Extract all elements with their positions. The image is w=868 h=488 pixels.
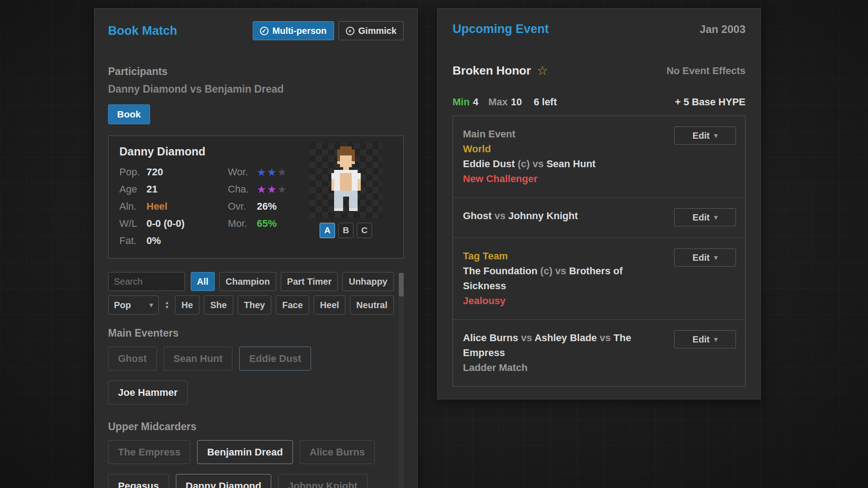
participants-value: Danny Diamond vs Benjamin Dread — [108, 83, 404, 95]
star-icon: ★ — [257, 166, 267, 178]
stat-label: Mor. — [228, 218, 257, 230]
wrestler-button[interactable]: Johnny Knight — [278, 474, 368, 488]
stat-value-morale: 65% — [257, 218, 277, 230]
book-button[interactable]: Book — [108, 104, 150, 124]
gimmick-button[interactable]: + Gimmick — [339, 21, 404, 40]
roster-list-area: All Champion Part Timer Unhappy Pop ▾ ▲▼… — [108, 272, 404, 488]
edit-label: Edit — [693, 334, 710, 345]
filter-champion-button[interactable]: Champion — [219, 272, 276, 291]
filter-unhappy-button[interactable]: Unhappy — [342, 272, 394, 291]
match-participants: Ghost vs Johnny Knight — [463, 208, 657, 223]
wrestler-button[interactable]: Sean Hunt — [164, 347, 233, 371]
stat-label: W/L — [119, 218, 146, 230]
vs-label: vs — [495, 210, 505, 221]
participant-name: Sean Hunt — [547, 158, 596, 169]
participants-heading: Participants — [108, 66, 404, 78]
roster-scrollbar[interactable] — [399, 273, 404, 488]
filter-heel-button[interactable]: Heel — [314, 296, 345, 314]
filter-row-1: All Champion Part Timer Unhappy — [108, 272, 394, 291]
participant-name: Johnny Knight — [508, 210, 578, 221]
wrestler-button[interactable]: Ghost — [108, 347, 157, 371]
stat-value: 26% — [257, 201, 277, 212]
vs-label: vs — [555, 265, 566, 277]
wrestler-button[interactable]: Eddie Dust — [239, 347, 311, 371]
participant-name: The Foundation — [463, 265, 538, 277]
roster-heading-upper-midcarders: Upper Midcarders — [108, 421, 394, 433]
stat-row: W/L 0-0 (0-0) — [119, 215, 228, 232]
favorite-star-icon[interactable]: ☆ — [537, 63, 548, 78]
filter-they-button[interactable]: They — [238, 296, 272, 314]
event-counts-row: Min 4 Max 10 6 left + 5 Base HYPE — [453, 96, 745, 108]
min-label: Min — [453, 96, 470, 108]
event-effects-label: No Event Effects — [666, 65, 745, 77]
champion-mark: (c) — [540, 265, 552, 277]
edit-label: Edit — [693, 212, 710, 223]
filter-he-button[interactable]: He — [175, 296, 199, 314]
wrestler-button[interactable]: Benjamin Dread — [197, 440, 293, 464]
portrait-area: A B C — [309, 143, 382, 238]
upcoming-event-title: Upcoming Event — [453, 22, 549, 36]
participant-name: Ghost — [463, 210, 492, 221]
match-slot-label: Main Event — [463, 127, 674, 141]
edit-button[interactable]: Edit ▾ — [674, 249, 736, 267]
stat-row: Pop. 720 — [119, 164, 228, 181]
caret-down-icon: ▾ — [714, 253, 718, 262]
book-match-header: Book Match ✓ Multi-person + Gimmick — [108, 21, 404, 40]
filter-face-button[interactable]: Face — [276, 296, 309, 314]
event-name: Broken Honor — [453, 64, 531, 78]
filter-neutral-button[interactable]: Neutral — [350, 296, 394, 314]
match-participants: Alice Burns vs Ashley Blade vs The Empre… — [463, 330, 657, 360]
workrate-stars: ★★★ — [257, 166, 288, 178]
portrait-tab-a[interactable]: A — [320, 223, 335, 238]
filter-she-button[interactable]: She — [204, 296, 233, 314]
edit-label: Edit — [693, 253, 710, 263]
edit-button[interactable]: Edit ▾ — [674, 330, 736, 348]
sort-select[interactable]: Pop ▾ — [108, 296, 159, 314]
match-list: Main Event World Eddie Dust (c) vs Sean … — [453, 116, 745, 387]
roster-scrollbar-thumb[interactable] — [399, 273, 404, 296]
vs-label: vs — [533, 158, 543, 169]
edit-button[interactable]: Edit ▾ — [674, 127, 736, 145]
stat-label: Aln. — [119, 201, 146, 212]
plus-circle-icon: + — [346, 27, 354, 35]
caret-down-icon: ▾ — [714, 213, 718, 221]
match-item: Ghost vs Johnny Knight Edit ▾ — [453, 197, 745, 238]
match-note: New Challenger — [463, 171, 674, 186]
star-icon: ★ — [277, 166, 288, 178]
star-icon: ★ — [257, 183, 267, 195]
roster-grid-upper-midcarders: The Empress Benjamin Dread Alice Burns P… — [108, 440, 394, 488]
wrestler-button[interactable]: Pegasus — [108, 474, 169, 488]
star-icon: ★ — [267, 183, 278, 195]
wrestler-button[interactable]: Joe Hammer — [108, 380, 188, 404]
participant-name: Ashley Blade — [534, 332, 597, 343]
base-hype: + 5 Base HYPE — [675, 96, 745, 108]
filter-part-timer-button[interactable]: Part Timer — [281, 272, 338, 291]
portrait-tab-c[interactable]: C — [357, 223, 372, 238]
wrestler-button[interactable]: Danny Diamond — [176, 474, 271, 488]
roster-grid-main-eventers: Ghost Sean Hunt Eddie Dust Joe Hammer — [108, 347, 394, 404]
max-value: 10 — [511, 96, 522, 108]
chevron-down-icon: ▾ — [150, 301, 153, 309]
portrait-tab-b[interactable]: B — [338, 223, 354, 238]
edit-label: Edit — [693, 131, 710, 141]
upcoming-event-header: Upcoming Event Jan 2003 — [453, 22, 745, 36]
multi-person-button[interactable]: ✓ Multi-person — [253, 21, 334, 40]
book-match-panel: Book Match ✓ Multi-person + Gimmick Part… — [94, 8, 418, 488]
vs-label: vs — [521, 332, 532, 343]
filter-all-button[interactable]: All — [191, 272, 215, 291]
search-input[interactable] — [108, 272, 185, 291]
stat-label: Ovr. — [228, 201, 257, 212]
stat-label: Cha. — [228, 183, 257, 195]
participant-name: Eddie Dust — [463, 158, 515, 169]
page-title: Book Match — [108, 24, 177, 38]
sort-direction-icon[interactable]: ▲▼ — [163, 301, 170, 309]
match-item: Tag Team The Foundation (c) vs Brothers … — [453, 238, 745, 319]
wrestler-button[interactable]: The Empress — [108, 440, 190, 464]
wrestler-card: Danny Diamond Pop. 720 Age 21 Aln. Heel … — [108, 136, 404, 258]
champion-mark: (c) — [518, 158, 530, 169]
stat-label: Wor. — [228, 166, 257, 178]
gimmick-label: Gimmick — [359, 26, 396, 36]
slots-left: 6 left — [533, 96, 557, 108]
wrestler-button[interactable]: Alice Burns — [300, 440, 375, 464]
edit-button[interactable]: Edit ▾ — [674, 208, 736, 226]
